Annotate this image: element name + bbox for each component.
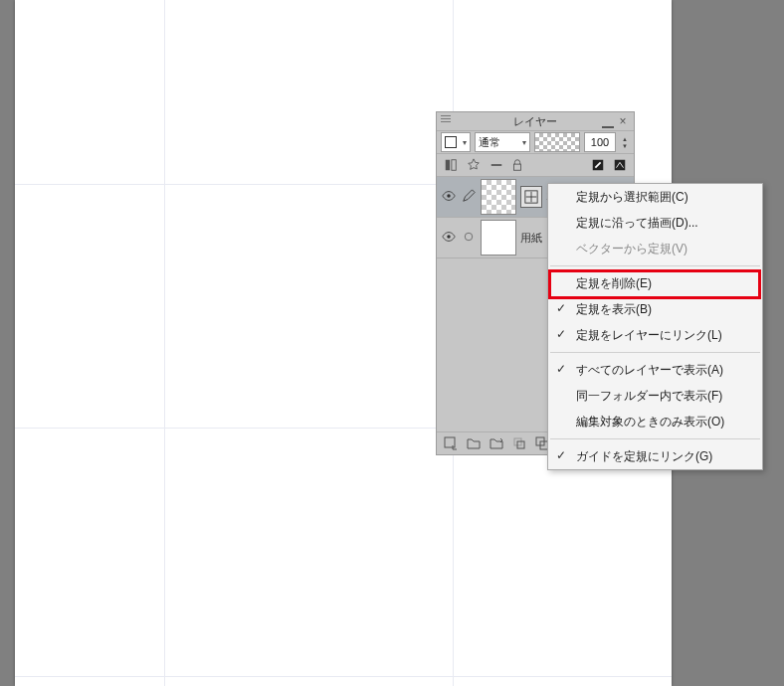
chevron-down-icon: ▾: [522, 138, 526, 147]
ruler-thumbnail[interactable]: [520, 186, 542, 208]
svg-rect-2: [491, 164, 502, 166]
menu-item-label: 同一フォルダー内で表示(F): [576, 388, 722, 405]
visibility-toggle[interactable]: [441, 230, 457, 247]
svg-point-9: [465, 233, 473, 241]
menu-item-label: すべてのレイヤーで表示(A): [576, 362, 723, 379]
eye-icon: [442, 230, 456, 244]
layer-info: 用紙: [520, 231, 542, 246]
eye-icon: [442, 189, 456, 203]
layer-thumbnail[interactable]: [481, 179, 516, 215]
menu-item: ベクターから定規(V): [548, 236, 762, 261]
merge-layer-button[interactable]: [509, 434, 529, 452]
chevron-down-icon: ▾: [463, 138, 467, 147]
layer-thumbnail[interactable]: [481, 220, 516, 256]
check-icon: ✓: [556, 327, 566, 341]
menu-item[interactable]: ✓ガイドを定規にリンク(G): [548, 443, 762, 469]
menu-item-label: 定規に沿って描画(D)...: [576, 215, 698, 232]
svg-point-8: [447, 235, 451, 239]
svg-point-6: [447, 194, 451, 198]
check-icon: ✓: [556, 448, 566, 462]
square-icon: [445, 136, 457, 148]
visibility-toggle[interactable]: [441, 189, 457, 206]
opacity-stepper[interactable]: ▲▼: [620, 133, 630, 151]
menu-item-label: ベクターから定規(V): [576, 241, 687, 257]
edit-indicator[interactable]: [461, 189, 477, 206]
transfer-layer-button[interactable]: [487, 434, 506, 452]
menu-item[interactable]: 編集対象のときのみ表示(O): [548, 409, 762, 434]
menu-item-label: 編集対象のときのみ表示(O): [576, 414, 724, 430]
menu-item[interactable]: ✓定規をレイヤーにリンク(L): [548, 322, 762, 348]
panel-toolbar-1: ▾ 通常 ▾ 100 ▲▼: [437, 131, 634, 154]
edit-indicator[interactable]: [461, 231, 477, 246]
menu-item-label: 定規をレイヤーにリンク(L): [576, 327, 722, 344]
circle-icon: [463, 231, 475, 243]
extract-line-button[interactable]: [588, 155, 608, 175]
menu-separator: [550, 265, 760, 266]
menu-item[interactable]: 同一フォルダー内で表示(F): [548, 383, 762, 409]
panel-close-button[interactable]: ×: [616, 112, 630, 126]
menu-item[interactable]: 定規を削除(E): [548, 270, 762, 296]
panel-grip-icon: [441, 115, 451, 127]
reference-layer-button[interactable]: [464, 155, 484, 175]
new-layer-button[interactable]: [441, 434, 461, 452]
lock-buttons[interactable]: [509, 155, 551, 175]
new-folder-button[interactable]: [464, 434, 484, 452]
menu-separator: [550, 352, 760, 353]
clip-mask-button[interactable]: [441, 155, 461, 175]
layer-name: 用紙: [520, 231, 542, 246]
panel-minimize-button[interactable]: [602, 114, 614, 128]
menu-item[interactable]: 定規に沿って描画(D)...: [548, 210, 762, 236]
menu-item[interactable]: ✓すべてのレイヤーで表示(A): [548, 357, 762, 383]
svg-rect-0: [446, 160, 450, 171]
blend-mode-dropdown[interactable]: 通常 ▾: [475, 132, 530, 152]
svg-rect-5: [615, 160, 626, 171]
panel-toolbar-2: [437, 154, 634, 177]
menu-item-label: 定規を削除(E): [576, 275, 652, 292]
chevron-down-icon: ▼: [620, 143, 630, 149]
menu-separator: [550, 438, 760, 439]
panel-titlebar[interactable]: レイヤー ×: [437, 112, 634, 131]
chevron-up-icon: ▲: [620, 136, 630, 142]
panel-title-text: レイヤー: [513, 115, 557, 127]
svg-rect-3: [514, 164, 521, 170]
svg-rect-1: [452, 160, 456, 171]
blend-mode-value: 通常: [479, 135, 500, 150]
ruler-context-menu: 定規から選択範囲(C)定規に沿って描画(D)...ベクターから定規(V)定規を削…: [547, 183, 763, 470]
menu-item[interactable]: 定規から選択範囲(C): [548, 184, 762, 210]
check-icon: ✓: [556, 362, 566, 376]
draft-layer-button[interactable]: [487, 155, 506, 175]
check-icon: ✓: [556, 301, 566, 315]
ruler-icon: [524, 190, 538, 204]
menu-item-label: 定規を表示(B): [576, 301, 652, 318]
opacity-input[interactable]: 100: [584, 132, 616, 152]
pencil-icon: [462, 189, 476, 203]
menu-item-label: 定規から選択範囲(C): [576, 189, 688, 206]
menu-item-label: ガイドを定規にリンク(G): [576, 448, 712, 465]
layer-menu-button[interactable]: [610, 155, 630, 175]
palette-color-dropdown[interactable]: ▾: [441, 132, 471, 152]
opacity-slider[interactable]: [534, 132, 580, 152]
menu-item[interactable]: ✓定規を表示(B): [548, 296, 762, 322]
